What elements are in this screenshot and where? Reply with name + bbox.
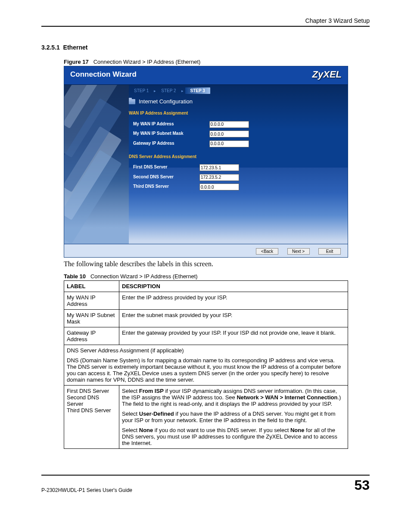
- figure-text: Connection Wizard > IP Address (Ethernet…: [93, 59, 201, 65]
- cell-label: My WAN IP Subnet Mask: [64, 310, 119, 327]
- th-desc: DESCRIPTION: [119, 281, 348, 292]
- desc-part: Select: [122, 427, 139, 433]
- label-dns3: Third DNS Server: [129, 182, 199, 192]
- wizard-title: Connection Wizard: [70, 70, 137, 79]
- desc-bold: None: [290, 427, 305, 433]
- exit-button[interactable]: Exit: [318, 248, 341, 255]
- wizard-titlebar: Connection Wizard ZyXEL: [64, 66, 348, 84]
- label-line: Third DNS Server: [67, 407, 116, 414]
- wizard-footer: <Back Next > Exit: [64, 244, 348, 257]
- wan-mask-input[interactable]: [209, 131, 249, 137]
- table-intro: The following table describes the labels…: [64, 260, 370, 268]
- table-caption: Table 10 Connection Wizard > IP Address …: [64, 273, 370, 280]
- label-gateway: Gateway IP Address: [129, 138, 209, 148]
- table-row: DNS Server Address Assignment (if applic…: [64, 345, 348, 386]
- guide-name: P-2302HWUDL-P1 Series User's Guide: [41, 487, 132, 493]
- cell-dns-intro: DNS Server Address Assignment (if applic…: [64, 345, 348, 386]
- wizard-screenshot: Connection Wizard ZyXEL STEP 1 ▸ STEP 2 …: [64, 66, 348, 258]
- dns1-input[interactable]: [199, 164, 239, 171]
- cell-desc: Enter the IP address provided by your IS…: [119, 292, 348, 310]
- folder-icon: [129, 99, 135, 104]
- wan-fields: My WAN IP Address My WAN IP Subnet Mask …: [129, 119, 249, 148]
- table-row: My WAN IP Address Enter the IP address p…: [64, 292, 348, 310]
- section-wan-heading: WAN IP Address Assignment: [129, 108, 348, 119]
- table-label: Table 10: [64, 273, 86, 280]
- label-line: First DNS Server: [67, 388, 116, 394]
- section-number: 3.2.5.1: [41, 44, 60, 51]
- gateway-input[interactable]: [209, 140, 249, 147]
- config-heading: Internet Configuration: [129, 97, 348, 108]
- cell-label: First DNS Server Second DNS Server Third…: [64, 386, 119, 449]
- back-button[interactable]: <Back: [256, 248, 278, 255]
- chevron-right-icon: ▸: [154, 89, 156, 93]
- description-table: LABEL DESCRIPTION My WAN IP Address Ente…: [64, 280, 348, 449]
- cell-desc: Enter the subnet mask provided by your I…: [119, 310, 348, 327]
- figure-caption: Figure 17 Connection Wizard > IP Address…: [64, 59, 370, 65]
- dns-intro-line1: DNS Server Address Assignment (if applic…: [67, 347, 345, 354]
- step-2: STEP 2: [158, 87, 179, 94]
- section-title: Ethernet: [63, 44, 88, 51]
- label-dns1: First DNS Server: [129, 162, 199, 172]
- section-dns-heading: DNS Server Address Assignment: [129, 148, 348, 162]
- desc-bold: None: [139, 427, 153, 433]
- desc-part: Select: [122, 411, 139, 417]
- dns-fields: First DNS Server Second DNS Server Third…: [129, 162, 239, 192]
- config-heading-text: Internet Configuration: [139, 98, 193, 105]
- chapter-label: Chapter 3 Wizard Setup: [41, 17, 370, 24]
- label-dns2: Second DNS Server: [129, 172, 199, 182]
- desc-bold: Network > WAN > Internet Connection: [237, 394, 337, 401]
- desc-part: Select: [122, 388, 139, 394]
- wizard-side-graphic: [64, 85, 129, 244]
- label-line: Second DNS Server: [67, 394, 116, 407]
- cell-desc: Select From ISP if your ISP dynamically …: [119, 386, 348, 449]
- dns2-input[interactable]: [199, 174, 239, 181]
- step-indicator: STEP 1 ▸ STEP 2 ▸ STEP 3: [129, 85, 348, 97]
- next-button[interactable]: Next >: [287, 248, 310, 255]
- figure-label: Figure 17: [64, 59, 89, 65]
- wan-ip-input[interactable]: [209, 121, 249, 128]
- cell-desc: Enter the gateway provided by your ISP. …: [119, 327, 348, 345]
- table-row: My WAN IP Subnet Mask Enter the subnet m…: [64, 310, 348, 327]
- step-1: STEP 1: [131, 87, 152, 94]
- dns-intro-line2: DNS (Domain Name System) is for mapping …: [67, 357, 345, 383]
- page-footer: P-2302HWUDL-P1 Series User's Guide 53: [41, 475, 370, 493]
- table-row: Gateway IP Address Enter the gateway pro…: [64, 327, 348, 345]
- desc-bold: From ISP: [139, 388, 164, 394]
- desc-bold: User-Defined: [139, 411, 174, 417]
- table-row: First DNS Server Second DNS Server Third…: [64, 386, 348, 449]
- section-heading: 3.2.5.1 Ethernet: [41, 44, 370, 51]
- label-wan-ip: My WAN IP Address: [129, 119, 209, 129]
- th-label: LABEL: [64, 281, 119, 292]
- table-caption-text: Connection Wizard > IP Address (Ethernet…: [90, 273, 198, 280]
- header-rule: [41, 26, 370, 27]
- brand-logo: ZyXEL: [312, 69, 342, 80]
- desc-part: if you do not want to use this DNS serve…: [153, 427, 290, 433]
- cell-label: My WAN IP Address: [64, 292, 119, 310]
- label-wan-mask: My WAN IP Subnet Mask: [129, 129, 209, 139]
- chevron-right-icon: ▸: [181, 89, 184, 93]
- dns3-input[interactable]: [199, 184, 239, 190]
- step-3: STEP 3: [185, 87, 210, 94]
- cell-label: Gateway IP Address: [64, 327, 119, 345]
- page-number: 53: [354, 477, 370, 493]
